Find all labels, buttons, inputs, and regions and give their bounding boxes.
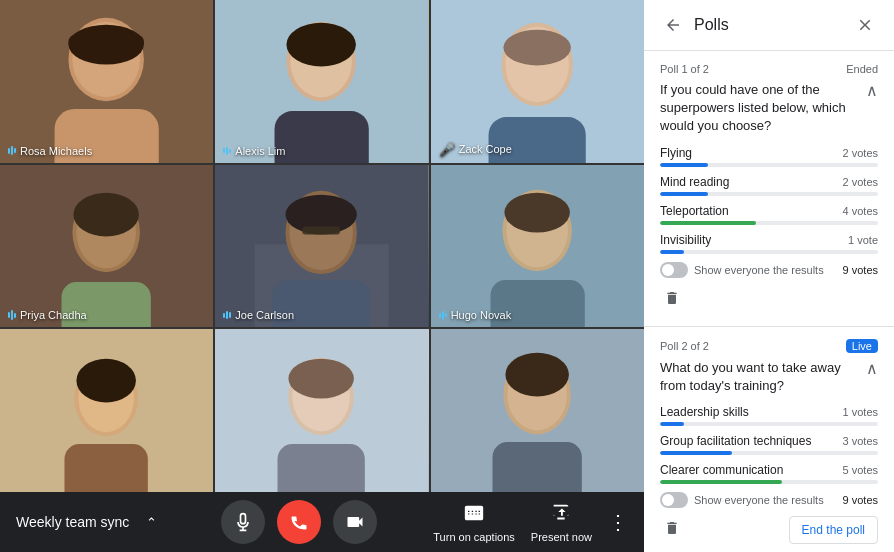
poll-2-option-3: Clearer communication 5 votes xyxy=(660,463,878,484)
poll-2-option-1: Leadership skills 1 votes xyxy=(660,405,878,426)
poll-1-status: Ended xyxy=(846,63,878,75)
poll-1-option-4: Invisibility 1 vote xyxy=(660,233,878,254)
captions-label: Turn on captions xyxy=(433,531,515,543)
present-button[interactable]: Present now xyxy=(531,502,592,543)
poll-card-1: Poll 1 of 2 Ended If you could have one … xyxy=(644,51,894,327)
option-bar-bg xyxy=(660,192,878,196)
option-votes: 4 votes xyxy=(843,205,878,217)
option-bar-fill xyxy=(660,221,756,225)
total-votes-2: 9 votes xyxy=(843,494,878,506)
name-tag-3: 🎤 Zack Cope xyxy=(439,142,512,157)
option-votes: 2 votes xyxy=(843,176,878,188)
poll-2-footer: Show everyone the results 9 votes xyxy=(660,492,878,508)
video-cell-6: Hugo Novak xyxy=(431,165,644,328)
option-bar-fill xyxy=(660,250,684,254)
show-results-row-2: Show everyone the results xyxy=(660,492,824,508)
video-cell-1: Rosa Michaels xyxy=(0,0,213,163)
close-polls-button[interactable] xyxy=(852,12,878,38)
poll-1-footer: Show everyone the results 9 votes xyxy=(660,262,878,278)
poll-2-status: Live xyxy=(846,339,878,353)
poll-1-option-3: Teleportation 4 votes xyxy=(660,204,878,225)
poll-2-question-header: What do you want to take away from today… xyxy=(660,359,878,395)
option-votes: 3 votes xyxy=(843,435,878,447)
poll-1-question-header: If you could have one of the superpowers… xyxy=(660,81,878,136)
video-cell-5: Joe Carlson xyxy=(215,165,428,328)
meeting-name: Weekly team sync xyxy=(16,514,129,530)
svg-rect-52 xyxy=(492,442,581,492)
option-votes: 2 votes xyxy=(843,147,878,159)
name-tag-2: Alexis Lim xyxy=(223,145,285,157)
option-bar-fill xyxy=(660,192,708,196)
meeting-toolbar: Weekly team sync ⌃ xyxy=(0,492,644,552)
polls-title: Polls xyxy=(694,16,844,34)
polls-panel: Polls Poll 1 of 2 Ended If you could hav… xyxy=(644,0,894,552)
video-area: Rosa Michaels Alexis Lim xyxy=(0,0,644,552)
option-bar-fill xyxy=(660,422,684,426)
poll-2-collapse-button[interactable]: ∧ xyxy=(858,359,878,378)
show-results-label: Show everyone the results xyxy=(694,264,824,276)
audio-indicator-5 xyxy=(223,311,231,319)
poll-1-question: If you could have one of the superpowers… xyxy=(660,81,858,136)
poll-2-option-2: Group facilitation techniques 3 votes xyxy=(660,434,878,455)
video-cell-4: Priya Chadha xyxy=(0,165,213,328)
audio-indicator-2 xyxy=(223,147,231,155)
option-name: Invisibility xyxy=(660,233,711,247)
name-tag-5: Joe Carlson xyxy=(223,309,294,321)
svg-rect-29 xyxy=(303,226,341,234)
expand-meeting-btn[interactable]: ⌃ xyxy=(137,508,165,536)
poll-2-meta: Poll 2 of 2 Live xyxy=(660,339,878,353)
name-tag-1: Rosa Michaels xyxy=(8,145,92,157)
svg-point-11 xyxy=(287,23,356,67)
delete-poll-1-button[interactable] xyxy=(660,286,684,314)
audio-indicator-6 xyxy=(439,311,447,320)
show-results-toggle-2[interactable] xyxy=(660,492,688,508)
chevron-up-icon: ∧ xyxy=(866,82,878,99)
total-votes-1: 9 votes xyxy=(843,264,878,276)
option-name: Flying xyxy=(660,146,692,160)
polls-header: Polls xyxy=(644,0,894,51)
option-votes: 1 vote xyxy=(848,234,878,246)
video-cell-8 xyxy=(215,329,428,492)
microphone-button[interactable] xyxy=(221,500,265,544)
poll-1-actions xyxy=(660,286,878,314)
option-bar-fill xyxy=(660,163,708,167)
show-results-row: Show everyone the results xyxy=(660,262,824,278)
poll-card-2: Poll 2 of 2 Live What do you want to tak… xyxy=(644,327,894,552)
poll-1-collapse-button[interactable]: ∧ xyxy=(858,81,878,100)
present-icon xyxy=(550,502,572,529)
poll-1-meta: Poll 1 of 2 Ended xyxy=(660,63,878,75)
option-bar-bg xyxy=(660,250,878,254)
toggle-knob xyxy=(662,264,674,276)
show-results-label-2: Show everyone the results xyxy=(694,494,824,506)
svg-point-41 xyxy=(76,359,136,403)
video-grid: Rosa Michaels Alexis Lim xyxy=(0,0,644,492)
captions-icon xyxy=(463,502,485,529)
svg-rect-40 xyxy=(64,444,147,492)
camera-button[interactable] xyxy=(333,500,377,544)
video-cell-7 xyxy=(0,329,213,492)
svg-point-53 xyxy=(505,353,569,397)
option-bar-bg xyxy=(660,163,878,167)
option-bar-bg xyxy=(660,451,878,455)
option-name: Teleportation xyxy=(660,204,729,218)
name-tag-6: Hugo Novak xyxy=(439,309,512,321)
poll-2-question: What do you want to take away from today… xyxy=(660,359,858,395)
poll-1-option-2: Mind reading 2 votes xyxy=(660,175,878,196)
svg-point-22 xyxy=(73,192,138,236)
end-call-button[interactable] xyxy=(277,500,321,544)
video-cell-2: Alexis Lim xyxy=(215,0,428,163)
end-poll-button[interactable]: End the poll xyxy=(789,516,878,544)
name-tag-4: Priya Chadha xyxy=(8,309,87,321)
poll-1-number: Poll 1 of 2 xyxy=(660,63,709,75)
svg-rect-5 xyxy=(68,35,143,50)
more-options-button[interactable]: ⋮ xyxy=(608,510,628,534)
audio-indicator-4 xyxy=(8,310,16,320)
svg-point-47 xyxy=(289,359,354,399)
show-results-toggle[interactable] xyxy=(660,262,688,278)
option-bar-fill xyxy=(660,480,782,484)
captions-button[interactable]: Turn on captions xyxy=(433,502,515,543)
back-button[interactable] xyxy=(660,12,686,38)
option-bar-bg xyxy=(660,221,878,225)
delete-poll-2-button[interactable] xyxy=(660,516,684,544)
option-bar-fill xyxy=(660,451,732,455)
